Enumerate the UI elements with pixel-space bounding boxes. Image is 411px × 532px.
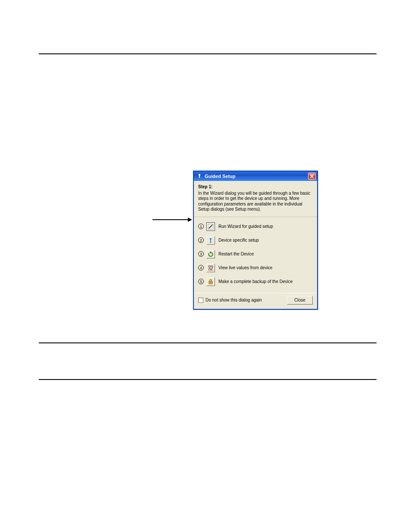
wizard-icon-button[interactable] (206, 222, 215, 231)
intro-panel: Step 1: In the Wizard dialog you will be… (194, 181, 317, 217)
step-row-5: 5 Make a complete backup of the Device (198, 277, 313, 286)
step-row-2: 2 Device specific setup (198, 236, 313, 245)
dialog-title: Guided Setup (205, 174, 308, 179)
step-number: 2 (198, 237, 204, 243)
step-label: Make a complete backup of the Device (218, 279, 293, 284)
app-icon (196, 173, 202, 179)
svg-point-10 (210, 282, 211, 283)
page-divider (39, 379, 377, 380)
page-divider (39, 342, 377, 343)
step-row-1: 1 Run Wizard for guided setup (198, 222, 313, 231)
backup-icon-button[interactable] (206, 277, 215, 286)
intro-text: In the Wizard dialog you will be guided … (198, 191, 310, 212)
guided-setup-dialog: Guided Setup Step 1: In the Wizard dialo… (193, 171, 318, 310)
restart-icon-button[interactable] (206, 250, 215, 258)
step-label: Run Wizard for guided setup (218, 224, 273, 229)
svg-point-5 (210, 242, 212, 243)
window-close-button[interactable] (308, 173, 316, 180)
step-row-4: 4 View live values from device (198, 264, 313, 272)
svg-point-0 (199, 174, 200, 176)
dont-show-checkbox[interactable] (198, 298, 203, 303)
callout-arrow (153, 218, 192, 222)
svg-rect-4 (210, 240, 211, 242)
svg-rect-7 (209, 266, 210, 267)
close-button-label: Close (294, 298, 305, 302)
step-number: 4 (198, 265, 204, 271)
live-values-icon-button[interactable] (206, 264, 215, 272)
step-number: 5 (198, 279, 204, 284)
dialog-footer: Do not show this dialog again Close (194, 293, 317, 309)
intro-heading: Step 1: (198, 184, 313, 190)
svg-rect-8 (211, 266, 213, 267)
close-button[interactable]: Close (287, 296, 313, 305)
step-row-3: 3 Restart the Device (198, 250, 313, 258)
step-number: 1 (198, 224, 204, 229)
svg-rect-1 (199, 176, 200, 178)
step-number: 3 (198, 251, 204, 257)
step-label: View live values from device (218, 265, 272, 270)
step-label: Device specific setup (218, 238, 259, 243)
svg-rect-3 (210, 238, 212, 240)
step-label: Restart the Device (218, 252, 254, 256)
steps-list: 1 Run Wizard for guided setup 2 Device s… (194, 217, 317, 292)
page-divider (39, 53, 377, 54)
dont-show-label: Do not show this dialog again (206, 298, 287, 302)
device-setup-icon-button[interactable] (206, 236, 215, 245)
titlebar[interactable]: Guided Setup (194, 171, 317, 181)
